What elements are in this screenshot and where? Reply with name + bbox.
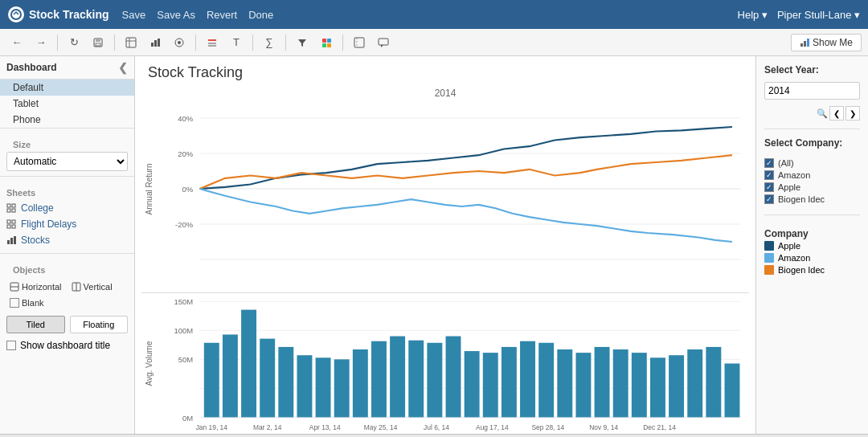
chart-title: Stock Tracking bbox=[135, 56, 755, 84]
biogen-label: Biogen Idec bbox=[778, 194, 825, 204]
year-controls: 🔍 ❮ ❯ bbox=[764, 106, 860, 120]
layout-default[interactable]: Default bbox=[0, 80, 134, 96]
company-amazon[interactable]: Amazon bbox=[764, 170, 860, 180]
svg-rect-81 bbox=[632, 353, 647, 417]
sheets-section: Sheets College Flight Delays Stocks bbox=[0, 176, 134, 253]
svg-rect-83 bbox=[669, 355, 684, 417]
company-all[interactable]: (All) bbox=[764, 158, 860, 168]
objects-section: Objects Horizontal Vertical Blank Tiled … bbox=[0, 253, 134, 356]
svg-rect-60 bbox=[241, 310, 256, 418]
amazon-label: Amazon bbox=[778, 170, 810, 180]
menu-save[interactable]: Save bbox=[122, 9, 146, 21]
svg-rect-84 bbox=[687, 349, 702, 417]
layout-phone[interactable]: Phone bbox=[0, 112, 134, 128]
svg-rect-32 bbox=[12, 225, 15, 228]
all-label: (All) bbox=[778, 158, 794, 168]
table-btn[interactable] bbox=[121, 32, 141, 53]
format-btn[interactable] bbox=[202, 32, 223, 53]
help-menu[interactable]: Help ▾ bbox=[738, 9, 768, 21]
year-next-btn[interactable]: ❯ bbox=[845, 106, 860, 120]
svg-text:150M: 150M bbox=[174, 298, 193, 306]
layout-tablet[interactable]: Tablet bbox=[0, 96, 134, 112]
svg-text:0M: 0M bbox=[182, 415, 193, 423]
svg-rect-4 bbox=[126, 38, 136, 47]
obj-vertical[interactable]: Vertical bbox=[68, 280, 116, 293]
company-apple[interactable]: Apple bbox=[764, 182, 860, 192]
comment-btn[interactable] bbox=[373, 32, 394, 53]
apple-dot bbox=[764, 241, 774, 251]
line-y-axis: Annual Return bbox=[141, 100, 158, 277]
year-prev-btn[interactable]: ❮ bbox=[829, 106, 844, 120]
apple-label: Apple bbox=[778, 182, 800, 192]
filter-btn[interactable] bbox=[292, 32, 313, 53]
sep6 bbox=[342, 35, 343, 51]
analytics-btn[interactable] bbox=[169, 32, 190, 53]
biogen-legend-label: Biogen Idec bbox=[778, 265, 825, 275]
svg-text:Jan 19, 14: Jan 19, 14 bbox=[196, 423, 228, 431]
app-logo: Stock Tracking bbox=[8, 6, 109, 22]
user-menu[interactable]: Piper Stull-Lane ▾ bbox=[777, 9, 860, 21]
save-btn[interactable] bbox=[88, 32, 108, 53]
svg-rect-26 bbox=[12, 204, 15, 207]
floating-btn[interactable]: Floating bbox=[70, 316, 129, 333]
line-chart-area: 2014 Annual Return 40% 20% bbox=[141, 84, 749, 293]
show-title-toggle[interactable]: Show dashboard title bbox=[6, 340, 128, 351]
text-btn[interactable]: T bbox=[226, 32, 247, 53]
svg-rect-70 bbox=[427, 343, 442, 418]
grid-icon bbox=[6, 203, 16, 213]
svg-point-0 bbox=[11, 10, 21, 19]
svg-rect-27 bbox=[7, 209, 10, 212]
legend-apple: Apple bbox=[764, 241, 860, 251]
year-input[interactable] bbox=[764, 82, 860, 100]
sheets-label: Sheets bbox=[0, 182, 134, 200]
top-bar-right: Help ▾ Piper Stull-Lane ▾ bbox=[738, 9, 860, 21]
apple-checkbox bbox=[764, 182, 774, 192]
svg-rect-58 bbox=[204, 343, 219, 418]
biogen-checkbox bbox=[764, 194, 774, 204]
obj-blank[interactable]: Blank bbox=[6, 296, 47, 309]
blank-checkbox bbox=[10, 298, 19, 308]
svg-rect-3 bbox=[96, 43, 100, 46]
sum-btn[interactable]: ∑ bbox=[259, 32, 280, 53]
back-btn[interactable]: ← bbox=[6, 32, 27, 53]
svg-rect-75 bbox=[520, 341, 535, 418]
year-label: 2014 bbox=[141, 84, 749, 100]
sidebar-collapse-btn[interactable]: ❮ bbox=[118, 61, 128, 74]
sep3 bbox=[195, 35, 196, 51]
chart-btn[interactable] bbox=[145, 32, 166, 53]
bar-y-axis: Avg. Volume bbox=[141, 293, 158, 434]
sheet-stocks[interactable]: Stocks bbox=[0, 232, 134, 248]
svg-rect-9 bbox=[158, 39, 160, 47]
layout-default-label: Default bbox=[13, 82, 43, 93]
undo-btn[interactable]: ↻ bbox=[63, 32, 84, 53]
menu-save-as[interactable]: Save As bbox=[157, 9, 195, 21]
fullscreen-btn[interactable] bbox=[349, 32, 370, 53]
menu-done[interactable]: Done bbox=[248, 9, 273, 21]
sheet-college[interactable]: College bbox=[0, 200, 134, 216]
obj-horizontal[interactable]: Horizontal bbox=[6, 280, 65, 293]
menu-revert[interactable]: Revert bbox=[207, 9, 237, 21]
year-filter-label: Select Year: bbox=[764, 64, 860, 76]
color-btn[interactable] bbox=[316, 32, 337, 53]
svg-rect-7 bbox=[151, 43, 154, 47]
svg-rect-78 bbox=[575, 353, 591, 417]
sheet-stocks-label: Stocks bbox=[21, 235, 50, 246]
svg-rect-33 bbox=[7, 240, 10, 244]
obj-vertical-label: Vertical bbox=[84, 282, 113, 292]
forward-btn[interactable]: → bbox=[31, 32, 51, 53]
tiled-btn[interactable]: Tiled bbox=[6, 316, 65, 333]
size-select[interactable]: Automatic bbox=[6, 152, 128, 171]
layout-tablet-label: Tablet bbox=[13, 98, 39, 109]
main-layout: Dashboard ❮ Default Tablet Phone Size Au… bbox=[0, 56, 868, 434]
svg-rect-76 bbox=[538, 343, 554, 418]
grid-icon2 bbox=[6, 219, 16, 229]
company-biogen[interactable]: Biogen Idec bbox=[764, 194, 860, 204]
company-filter: (All) Amazon Apple Biogen Idec bbox=[764, 158, 860, 206]
obj-horizontal-label: Horizontal bbox=[22, 282, 62, 292]
amazon-legend-label: Amazon bbox=[778, 253, 810, 263]
svg-rect-35 bbox=[14, 236, 16, 244]
sheet-flight-delays[interactable]: Flight Delays bbox=[0, 216, 134, 232]
tab-bar: Obesity College Global Temperatures Flig… bbox=[0, 434, 868, 437]
chart-container: 2014 Annual Return 40% 20% bbox=[135, 84, 755, 434]
show-me-button[interactable]: Show Me bbox=[791, 34, 862, 51]
